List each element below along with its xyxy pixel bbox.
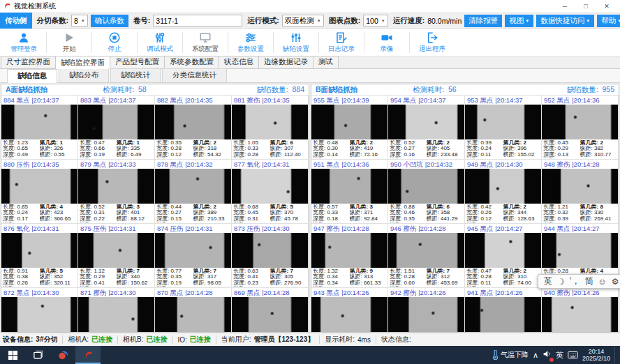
defect-cell-header: 872 黑点 |20:14:30 [1, 288, 78, 297]
defect-thumbnail [542, 105, 618, 139]
ime-mode-indicator[interactable]: 英 [556, 350, 563, 361]
tool-button-log[interactable]: 日志记录 [319, 29, 364, 56]
defect-info-left: 长度: 1.32宽度: 0.34深度: 0.34米数: 0.35 [313, 268, 350, 287]
defect-cell[interactable]: 955 黑点 |20:14:39长度: 0.48宽度: 0.30深度: 0.14… [311, 96, 388, 160]
defect-cell[interactable]: 872 黑点 |20:14:30长度: 0.39宽度: 0.26深度: 0.13… [1, 287, 78, 332]
defect-cell[interactable]: 943 黑点 |20:14:26长度: 0.44宽度: 0.25深度: 0.13… [311, 287, 388, 332]
subtab-2[interactable]: 缺陷统计 [110, 68, 161, 82]
tab-0[interactable]: 尺寸监控界面 [1, 56, 56, 68]
start-button[interactable] [0, 346, 25, 364]
io-label: IO: [177, 336, 186, 344]
pinned-app-button[interactable] [50, 346, 75, 364]
defect-info-right: 第几类: 6纵距: 358横距: 441.29 [427, 204, 464, 222]
roll-number-input[interactable] [153, 15, 242, 26]
defect-cell[interactable]: 877 氧化 |20:14:31长度: 0.68宽度: 0.45深度: 0.31… [231, 159, 309, 224]
tab-2[interactable]: 产品型号配置 [110, 56, 165, 68]
defect-cell[interactable]: 871 擦伤 |20:14:30长度: 1.34宽度: 0.31深度: 0.36… [78, 287, 155, 332]
weather-widget[interactable]: 气温下降 [492, 350, 529, 360]
close-button[interactable]: ✕ [596, 3, 617, 10]
help-menu-button[interactable]: 帮助▼ [597, 15, 620, 27]
defect-info-left: 长度: 0.85宽度: 0.24深度: 0.17米数: 0.36 [3, 204, 40, 222]
ime-settings-gear-icon[interactable]: ⚙ [612, 277, 619, 287]
defect-thumbnail [155, 233, 231, 268]
ime-punctuation-toggle[interactable]: ’， [570, 275, 580, 287]
defect-cell[interactable]: 870 黑点 |20:14:28长度: 0.41宽度: 0.25深度: 0.11… [154, 287, 232, 332]
show-desktop-button[interactable] [614, 346, 617, 364]
task-view-button[interactable] [25, 346, 50, 364]
defect-cell[interactable]: 940 擦伤 |20:14:26长度: 1.26宽度: 0.33深度: 0.42… [541, 287, 619, 332]
tray-expand-chevron[interactable]: ∧ [533, 351, 538, 360]
defect-thumbnail [1, 233, 78, 268]
subtab-0[interactable]: 缺陷信息 [7, 69, 57, 83]
defect-cell[interactable]: 949 黑点 |20:14:30长度: 0.42宽度: 0.26深度: 0.12… [464, 159, 542, 224]
tool-button-user[interactable]: 管理登录 [1, 29, 46, 56]
defect-cell[interactable]: 883 黑点 |20:14:37长度: 0.47宽度: 0.66深度: 0.19… [78, 96, 155, 160]
elapsed-value: 58 [138, 85, 147, 93]
tool-button-label: 录像 [381, 45, 394, 54]
subtab-1[interactable]: 缺陷分布 [59, 68, 109, 82]
tab-5[interactable]: 边缘数据记录 [258, 56, 313, 68]
tool-button-equalizer[interactable]: 缺陷设置 [274, 29, 318, 56]
subtab-3[interactable]: 分类信息统计 [162, 68, 227, 82]
defect-cell[interactable]: 946 擦伤 |20:14:28长度: 1.51宽度: 0.28深度: 0.60… [388, 223, 465, 288]
defect-cell[interactable]: 880 压伤 |20:14:35长度: 0.85宽度: 0.24深度: 0.17… [1, 159, 78, 224]
defect-cell[interactable]: 875 压伤 |20:14:31长度: 1.12宽度: 0.29深度: 0.41… [78, 223, 155, 288]
defect-cell[interactable]: 884 黑点 |20:14:37长度: 1.23宽度: 0.65深度: 0.49… [1, 96, 78, 160]
tool-button-tune[interactable]: 调试模式 [138, 29, 182, 56]
tool-button-monitor[interactable]: 系统配置 [183, 29, 228, 56]
view-menu-button[interactable]: 视图▼ [505, 15, 533, 27]
defect-cell[interactable]: 873 压伤 |20:14:30长度: 0.63宽度: 0.41深度: 0.23… [231, 223, 309, 288]
defect-cell[interactable]: 941 黑点 |20:14:26长度: 0.38宽度: 0.23深度: 0.10… [464, 287, 542, 332]
defect-cell[interactable]: 874 压伤 |20:14:31长度: 0.77宽度: 0.35深度: 0.19… [154, 223, 232, 288]
tool-button-stop[interactable]: 停止 [92, 29, 137, 56]
ime-fullwidth-toggle[interactable]: ☽ [557, 277, 565, 287]
confirm-count-button[interactable]: 确认条数 [91, 15, 128, 27]
tool-button-camera[interactable]: 录像 [364, 29, 409, 56]
defect-cell[interactable]: 879 黑点 |20:14:33长度: 0.52宽度: 0.31深度: 0.22… [78, 159, 155, 224]
defect-cell[interactable]: 882 黑点 |20:14:35长度: 0.35宽度: 0.28深度: 0.12… [154, 96, 232, 160]
defect-cell[interactable]: 945 黑点 |20:14:27长度: 0.47宽度: 0.28深度: 0.11… [464, 223, 542, 288]
ime-emoji-button[interactable]: ☺ [598, 277, 606, 287]
defect-cell[interactable]: 948 擦伤 |20:14:28长度: 1.21宽度: 0.32深度: 0.39… [541, 159, 619, 224]
active-app-button[interactable] [75, 346, 101, 364]
defect-cell[interactable]: 953 黑点 |20:14:37长度: 0.39宽度: 0.24深度: 0.11… [464, 96, 542, 160]
ime-simplified-toggle[interactable]: 简 [584, 275, 593, 287]
maximize-button[interactable]: □ [575, 3, 596, 10]
tab-3[interactable]: 系统参数配置 [164, 56, 219, 68]
defect-cell[interactable]: 881 擦伤 |20:14:35长度: 1.05宽度: 0.33深度: 0.28… [231, 96, 309, 160]
volume-button[interactable] [542, 349, 552, 361]
defect-cell-header: 871 擦伤 |20:14:30 [78, 288, 154, 297]
tool-button-exit[interactable]: 退出程序 [410, 29, 455, 56]
defect-cell[interactable]: 954 黑点 |20:14:37长度: 0.52宽度: 0.27深度: 0.16… [388, 96, 465, 160]
defect-cell[interactable]: 947 擦伤 |20:14:28长度: 1.32宽度: 0.34深度: 0.34… [311, 223, 388, 288]
defect-thumbnail [465, 233, 541, 268]
data-quick-access-button[interactable]: 数据快捷访问▼ [536, 15, 594, 27]
defect-thumbnail [232, 297, 308, 332]
chart-points-select[interactable]: 100 ▼ [363, 15, 388, 26]
clear-alarm-button[interactable]: 清除报警 [464, 15, 502, 27]
drive-side-button[interactable]: 传动侧 [0, 13, 32, 29]
run-mode-select[interactable]: 双面检测 ▼ [282, 15, 324, 26]
tab-1[interactable]: 缺陷监控界面 [55, 56, 110, 69]
taskbar-clock[interactable]: 20:14 2025/2/10 [582, 348, 610, 363]
defect-cell[interactable]: 952 黑点 |20:14:36长度: 0.45宽度: 0.29深度: 0.13… [541, 96, 619, 160]
defect-cell[interactable]: 869 黑点 |20:14:28长度: 0.36宽度: 0.22深度: 0.10… [231, 287, 309, 332]
tool-button-play[interactable]: 开始 [47, 29, 91, 56]
minimize-button[interactable]: ─ [554, 3, 575, 10]
ime-english-mode[interactable]: 英 [544, 275, 552, 287]
defect-info-right: 第几类: 2纵距: 318横距: 54.32 [193, 140, 230, 158]
defect-info-left: 长度: 1.12宽度: 0.29深度: 0.41米数: 0.36 [80, 268, 117, 287]
slit-count-select[interactable]: 8 ▼ [71, 15, 88, 26]
tab-6[interactable]: 测试 [313, 56, 339, 68]
defect-cell[interactable]: 951 黑点 |20:14:36长度: 0.57宽度: 0.33深度: 0.18… [311, 159, 388, 224]
defect-cell[interactable]: 950 小凹坑 |20:14:32长度: 0.88宽度: 0.46深度: 0.3… [388, 159, 465, 224]
defect-cell[interactable]: 876 氧化 |20:14:31长度: 0.91宽度: 0.38深度: 0.26… [1, 223, 78, 288]
defect-info-right: 第几类: 4纵距: 423横距: 366.65 [40, 204, 77, 222]
info-line: 米数: 0.36 [3, 286, 40, 287]
tab-4[interactable]: 状态信息 [219, 56, 259, 68]
defect-cell[interactable]: 942 擦伤 |20:14:26长度: 1.18宽度: 0.30深度: 0.37… [388, 287, 465, 332]
tool-button-sliders[interactable]: 参数设置 [228, 29, 273, 56]
defect-cell[interactable]: 878 黑点 |20:14:32长度: 0.44宽度: 0.27深度: 0.15… [154, 159, 232, 224]
touch-keyboard-icon[interactable] [568, 351, 578, 359]
camera-b-label: 相机B: [123, 335, 143, 344]
